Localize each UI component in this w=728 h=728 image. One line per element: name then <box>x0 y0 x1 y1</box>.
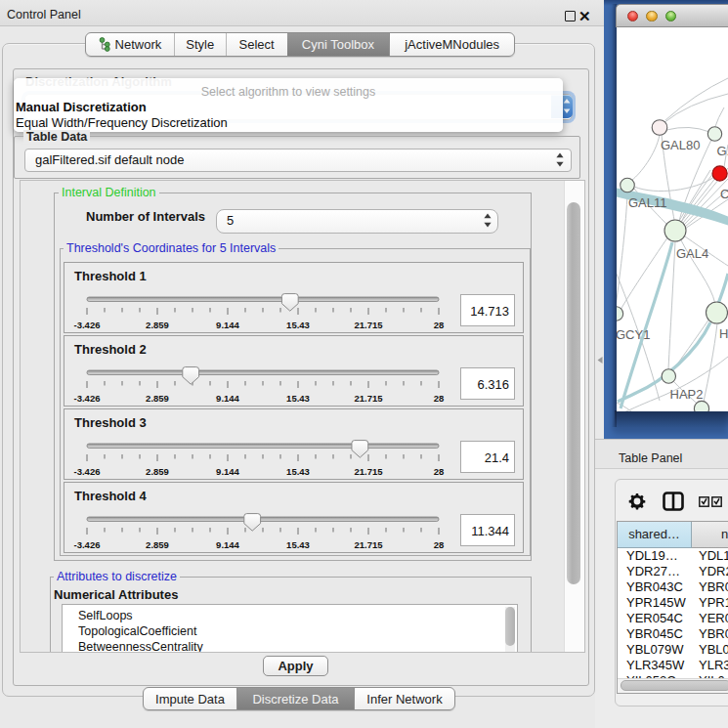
svg-text:GAL80: GAL80 <box>661 137 700 151</box>
svg-text:GCY1: GCY1 <box>617 327 650 342</box>
svg-text:C: C <box>720 187 728 201</box>
svg-text:G.: G. <box>717 144 728 158</box>
svg-text:HAP2: HAP2 <box>670 387 704 402</box>
svg-text:GAL11: GAL11 <box>628 195 667 210</box>
svg-text:GAL4: GAL4 <box>676 246 708 261</box>
svg-text:H: H <box>719 326 728 341</box>
